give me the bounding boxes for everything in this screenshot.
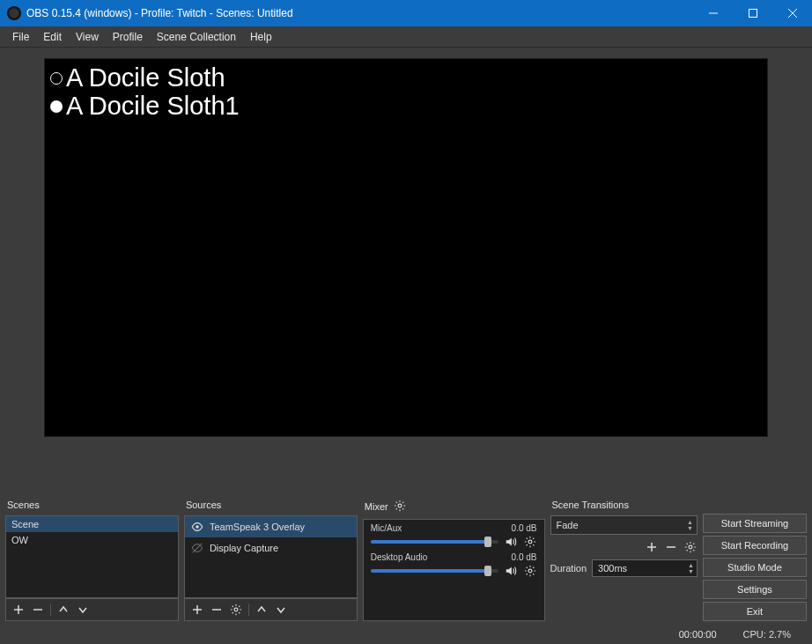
status-time: 00:00:00 [679,629,717,640]
transition-select[interactable]: Fade ▲▼ [550,515,698,535]
bullet-open-icon [50,72,63,85]
mixer-settings-icon[interactable] [394,500,406,514]
sources-panel: Sources TeamSpeak 3 Overlay Display Capt… [184,496,358,621]
add-scene-button[interactable] [11,603,26,617]
sources-list[interactable]: TeamSpeak 3 Overlay Display Capture [184,515,358,598]
status-cpu: CPU: 2.7% [743,629,791,640]
channel-level: 0.0 dB [512,552,537,562]
eye-icon[interactable] [190,520,204,534]
svg-point-15 [528,569,532,573]
source-item[interactable]: TeamSpeak 3 Overlay [185,516,357,537]
duration-value: 300ms [598,563,627,574]
window-title: OBS 0.15.4 (windows) - Profile: Twitch -… [26,7,693,19]
channel-level: 0.0 dB [512,523,537,533]
volume-slider[interactable] [371,540,498,544]
mixer-panel: Mixer Mic/Aux 0.0 dB [363,496,545,621]
volume-slider[interactable] [371,569,498,573]
start-streaming-button[interactable]: Start Streaming [703,514,807,533]
sources-header: Sources [184,496,358,515]
menu-file[interactable]: File [5,28,36,46]
menu-scene-collection[interactable]: Scene Collection [150,28,243,46]
add-source-button[interactable] [190,603,204,617]
sources-toolbar [184,598,358,621]
svg-point-7 [196,525,199,529]
menubar: File Edit View Profile Scene Collection … [0,26,812,48]
menu-help[interactable]: Help [243,28,279,46]
eye-off-icon[interactable] [190,541,204,555]
svg-rect-1 [749,10,757,18]
statusbar: 00:00:00 CPU: 2.7% [0,625,812,644]
scenes-toolbar [5,598,179,621]
remove-scene-button[interactable] [31,603,45,617]
close-button[interactable] [772,0,812,26]
mixer-title: Mixer [365,501,388,512]
speaker-icon[interactable] [504,535,518,549]
preview-canvas[interactable]: A Docile Sloth A Docile Sloth1 [44,58,768,437]
svg-line-8 [193,544,203,553]
scene-down-button[interactable] [76,603,90,617]
channel-name: Mic/Aux [371,523,402,533]
separator [248,603,249,616]
app-icon [7,6,21,20]
separator [50,603,51,616]
speaker-icon[interactable] [504,564,518,578]
window-titlebar: OBS 0.15.4 (windows) - Profile: Twitch -… [0,0,812,26]
overlay-text-2: A Docile Sloth1 [66,93,240,121]
mixer-channel: Desktop Audio 0.0 dB [364,549,544,578]
transitions-header: Scene Transitions [550,496,698,515]
duration-input[interactable]: 300ms ▲▼ [592,559,698,577]
transitions-body: Fade ▲▼ Duration 300ms ▲▼ [550,515,698,577]
svg-point-13 [398,504,402,507]
svg-point-19 [689,545,692,549]
channel-settings-icon[interactable] [523,564,537,578]
svg-point-14 [528,540,532,544]
bullet-filled-icon [50,100,63,113]
settings-button[interactable]: Settings [703,580,807,599]
remove-transition-button[interactable] [664,540,678,554]
scenes-header: Scenes [5,496,179,515]
overlay-line: A Docile Sloth1 [48,93,764,121]
transition-value: Fade [557,520,579,530]
obs-window: OBS 0.15.4 (windows) - Profile: Twitch -… [0,0,812,644]
source-item[interactable]: Display Capture [185,537,357,559]
channel-settings-icon[interactable] [523,535,537,549]
scene-item[interactable]: Scene [6,516,178,532]
source-properties-button[interactable] [229,603,243,617]
studio-mode-button[interactable]: Studio Mode [703,558,807,577]
source-down-button[interactable] [274,603,288,617]
menu-view[interactable]: View [69,28,106,46]
dock-area: Scenes Scene OW Sources TeamSpeak 3 Over… [0,494,812,625]
mixer-header: Mixer [363,496,545,519]
duration-label: Duration [550,563,587,574]
maximize-button[interactable] [733,0,772,26]
add-transition-button[interactable] [645,540,659,554]
mixer-channel: Mic/Aux 0.0 dB [364,520,544,549]
scene-item[interactable]: OW [6,532,178,548]
scenes-panel: Scenes Scene OW [5,496,179,621]
preview-area: A Docile Sloth A Docile Sloth1 [0,48,812,494]
source-up-button[interactable] [255,603,269,617]
scenes-list[interactable]: Scene OW [5,515,179,598]
channel-name: Desktop Audio [371,552,428,562]
overlay-line: A Docile Sloth [48,64,764,93]
exit-button[interactable]: Exit [703,602,807,621]
menu-profile[interactable]: Profile [106,28,150,46]
scene-up-button[interactable] [56,603,70,617]
remove-source-button[interactable] [210,603,224,617]
controls-panel: Start Streaming Start Recording Studio M… [703,496,807,621]
source-name: TeamSpeak 3 Overlay [210,522,305,532]
minimize-button[interactable] [693,0,733,26]
svg-point-12 [234,608,238,611]
overlay-text-1: A Docile Sloth [66,64,225,93]
mixer-body: Mic/Aux 0.0 dB Desktop Audio 0.0 dB [363,519,545,621]
spinner-arrows-icon: ▲▼ [685,562,694,574]
transitions-panel: Scene Transitions Fade ▲▼ Duration 300ms… [550,496,698,621]
start-recording-button[interactable]: Start Recording [703,536,807,555]
select-arrows-icon: ▲▼ [684,519,693,531]
transition-settings-button[interactable] [683,540,698,554]
source-name: Display Capture [210,543,278,553]
menu-edit[interactable]: Edit [36,28,69,46]
